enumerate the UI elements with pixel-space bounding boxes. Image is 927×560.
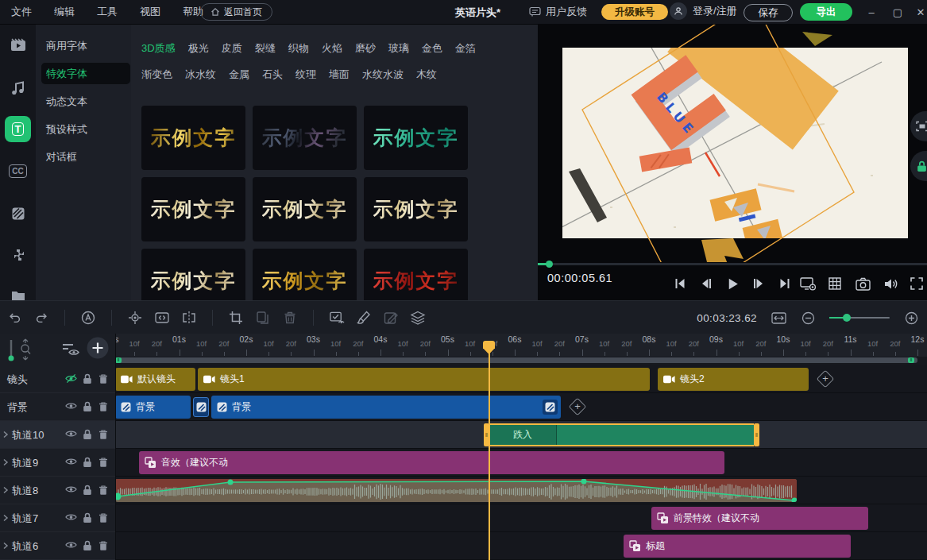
nav-media[interactable] bbox=[5, 32, 31, 58]
title-clip-body[interactable]: 跌入 bbox=[489, 423, 754, 446]
close-button[interactable]: ✕ bbox=[910, 0, 927, 24]
fit-timeline-icon[interactable] bbox=[771, 310, 786, 326]
lock-icon[interactable] bbox=[82, 429, 94, 441]
text-effect-tile-1[interactable]: 示例文字 bbox=[141, 106, 245, 170]
scroll-handle-right[interactable]: ‖ bbox=[908, 357, 914, 363]
transition-mini-clip[interactable] bbox=[193, 397, 209, 417]
menu-编辑[interactable]: 编辑 bbox=[54, 5, 75, 19]
snapshot-button[interactable] bbox=[854, 275, 871, 292]
lock-icon[interactable] bbox=[82, 373, 94, 385]
category-金色[interactable]: 金色 bbox=[422, 41, 442, 56]
fullscreen-button[interactable] bbox=[908, 275, 925, 292]
crop-icon[interactable] bbox=[228, 310, 244, 326]
render-preview-icon[interactable] bbox=[329, 310, 345, 326]
video-clip-镜头2[interactable]: 镜头2 bbox=[658, 368, 809, 391]
grid-button[interactable] bbox=[826, 275, 844, 292]
chevron-right-icon[interactable] bbox=[2, 486, 9, 494]
vertical-zoom-icon[interactable] bbox=[19, 338, 32, 361]
menu-工具[interactable]: 工具 bbox=[97, 5, 118, 19]
minimize-button[interactable]: – bbox=[861, 0, 882, 24]
home-button[interactable]: 返回首页 bbox=[200, 3, 272, 21]
audio-clip[interactable] bbox=[115, 479, 797, 502]
text-effect-tile-2[interactable]: 示例文字 bbox=[253, 106, 357, 170]
zoom-out-icon[interactable] bbox=[800, 310, 816, 326]
next-frame-button[interactable] bbox=[750, 275, 767, 292]
eye-icon[interactable] bbox=[65, 457, 77, 469]
prev-frame-button[interactable] bbox=[697, 275, 715, 292]
compound-clip-前景特效（建议不动[interactable]: 前景特效（建议不动 bbox=[651, 507, 868, 530]
background-clip-背景[interactable]: 背景 bbox=[211, 396, 561, 419]
font-panel-item-特效字体[interactable]: 特效字体 bbox=[41, 63, 130, 84]
trash-icon[interactable] bbox=[98, 457, 110, 469]
keyframe-icon[interactable] bbox=[127, 310, 143, 326]
trash-icon[interactable] bbox=[98, 485, 110, 496]
skip-start-button[interactable] bbox=[671, 275, 689, 292]
text-effect-tile-5[interactable]: 示例文字 bbox=[253, 177, 357, 241]
maximize-button[interactable]: ▢ bbox=[887, 0, 908, 24]
video-clip-默认镜头[interactable]: 默认镜头 bbox=[115, 368, 195, 391]
eye-icon[interactable] bbox=[65, 512, 77, 524]
font-panel-item-商用字体[interactable]: 商用字体 bbox=[41, 35, 130, 56]
track-manager-icon[interactable] bbox=[62, 342, 79, 355]
compound-clip-标题[interactable]: 标题 bbox=[624, 535, 851, 558]
eye-icon[interactable] bbox=[65, 401, 77, 413]
category-极光[interactable]: 极光 bbox=[188, 41, 209, 56]
skip-end-button[interactable] bbox=[776, 275, 794, 292]
category-裂缝[interactable]: 裂缝 bbox=[255, 41, 276, 56]
track-header-轨道6[interactable]: 轨道6 bbox=[0, 532, 115, 560]
category-磨砂[interactable]: 磨砂 bbox=[355, 41, 376, 56]
category-渐变色[interactable]: 渐变色 bbox=[141, 68, 172, 82]
trash-icon[interactable] bbox=[98, 373, 110, 385]
category-石头[interactable]: 石头 bbox=[262, 68, 283, 82]
display-settings-button[interactable] bbox=[799, 275, 817, 292]
redo-icon[interactable] bbox=[33, 310, 49, 326]
category-水纹水波[interactable]: 水纹水波 bbox=[362, 68, 404, 82]
track-header-轨道9[interactable]: 轨道9 bbox=[0, 449, 115, 477]
trash-icon[interactable] bbox=[98, 401, 110, 413]
eye-icon[interactable] bbox=[65, 540, 77, 552]
text-effect-tile-9[interactable]: 示例文字 bbox=[364, 249, 468, 300]
volume-button[interactable] bbox=[882, 275, 899, 292]
track-header-轨道8[interactable]: 轨道8 bbox=[0, 477, 115, 504]
trash-icon[interactable] bbox=[98, 429, 110, 441]
zoom-in-icon[interactable] bbox=[903, 310, 919, 326]
timeline-zoom-slider[interactable] bbox=[829, 313, 890, 322]
playhead-line[interactable] bbox=[489, 353, 490, 560]
split-icon[interactable] bbox=[181, 310, 197, 326]
lock-icon[interactable] bbox=[82, 401, 94, 413]
category-皮质[interactable]: 皮质 bbox=[222, 41, 242, 56]
category-金箔[interactable]: 金箔 bbox=[455, 41, 476, 56]
font-panel-item-对话框[interactable]: 对话框 bbox=[41, 146, 130, 168]
brush-icon[interactable] bbox=[356, 310, 372, 326]
track-header-轨道10[interactable]: 轨道10 bbox=[0, 421, 115, 449]
track-header-背景[interactable]: 背景 bbox=[0, 393, 115, 421]
scroll-handle-left[interactable]: ‖ bbox=[115, 357, 122, 363]
nav-captions[interactable]: CC bbox=[5, 158, 31, 184]
video-clip-镜头1[interactable]: 镜头1 bbox=[198, 368, 650, 391]
menu-视图[interactable]: 视图 bbox=[140, 5, 160, 19]
play-button[interactable] bbox=[724, 275, 741, 292]
chevron-right-icon[interactable] bbox=[2, 542, 9, 550]
eye-off-icon[interactable] bbox=[65, 373, 77, 385]
login-button[interactable]: 登录/注册 bbox=[670, 2, 737, 20]
chevron-right-icon[interactable] bbox=[2, 458, 9, 466]
chevron-right-icon[interactable] bbox=[2, 514, 9, 522]
background-clip-背景[interactable]: 背景 bbox=[115, 396, 191, 419]
magnet-icon[interactable] bbox=[80, 310, 96, 326]
nav-transitions[interactable] bbox=[5, 200, 31, 226]
track-height-slider[interactable] bbox=[8, 339, 14, 361]
text-effect-tile-4[interactable]: 示例文字 bbox=[141, 177, 245, 241]
timeline-ruler[interactable]: 00s10f20f01s10f20f02s10f20f03s10f20f04s1… bbox=[115, 334, 927, 357]
font-panel-item-动态文本[interactable]: 动态文本 bbox=[41, 91, 130, 112]
font-panel-item-预设样式[interactable]: 预设样式 bbox=[41, 118, 130, 140]
layers-icon[interactable] bbox=[410, 310, 426, 326]
preview-seek-bar[interactable] bbox=[538, 263, 927, 265]
upgrade-account-button[interactable]: 升级账号 bbox=[601, 4, 668, 20]
add-track-button[interactable] bbox=[86, 336, 110, 360]
preview-seek-knob[interactable] bbox=[546, 261, 553, 268]
category-冰水纹[interactable]: 冰水纹 bbox=[185, 68, 216, 82]
chevron-right-icon[interactable] bbox=[2, 431, 9, 438]
save-button[interactable]: 保存 bbox=[744, 4, 793, 21]
eye-icon[interactable] bbox=[65, 485, 77, 496]
lock-icon[interactable] bbox=[82, 485, 94, 496]
